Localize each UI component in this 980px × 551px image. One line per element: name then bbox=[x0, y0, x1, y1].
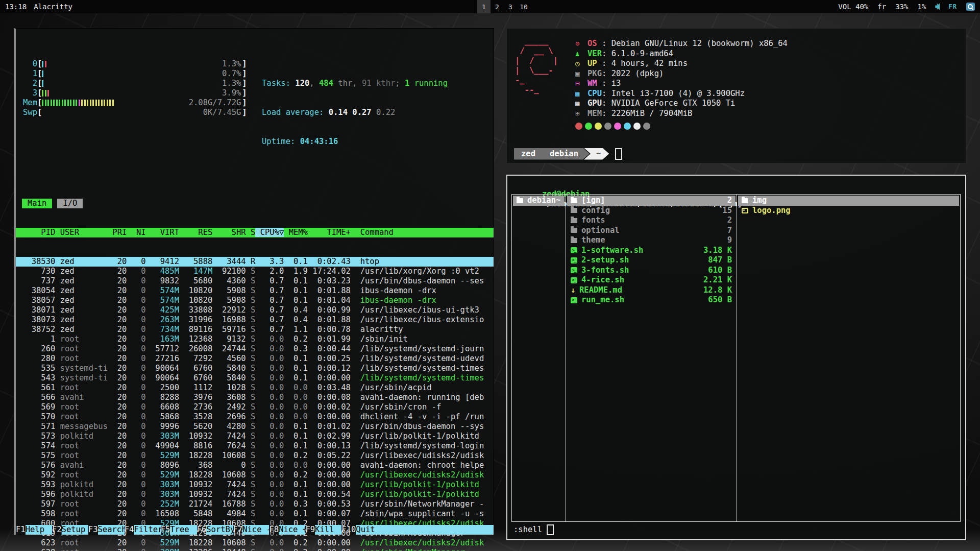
process-row[interactable]: 592 root 20 0 529M 18228 10608 S 0.0 0.2… bbox=[16, 470, 494, 480]
process-row[interactable]: 737 zed 20 0 9832 5680 4360 S 0.7 0.1 0:… bbox=[16, 276, 494, 286]
process-row[interactable]: 571 messagebus 20 0 9996 5620 4280 S 0.0… bbox=[16, 422, 494, 432]
process-row[interactable]: 535 systemd-ti 20 0 90064 6760 5840 S 0.… bbox=[16, 364, 494, 373]
fkey-f5[interactable]: F5Tree bbox=[161, 525, 197, 535]
process-row[interactable]: 573 polkitd 20 0 303M 10932 7424 S 0.0 0… bbox=[16, 432, 494, 441]
pane-separator bbox=[566, 195, 566, 521]
workspace-switcher: 12310 bbox=[477, 0, 530, 13]
process-row[interactable]: 596 polkitd 20 0 303M 10932 7424 S 0.0 0… bbox=[16, 490, 494, 499]
column-header[interactable]: RES bbox=[179, 228, 212, 237]
column-header[interactable]: PID bbox=[22, 228, 60, 237]
preview-pane: imglogo.png bbox=[738, 196, 959, 520]
process-row[interactable]: 38530 zed 20 0 9412 5888 3444 R 3.3 0.1 … bbox=[16, 257, 494, 267]
ram-indicator: 1% bbox=[917, 3, 926, 11]
process-row[interactable]: 593 polkitd 20 0 303M 10932 7424 S 0.0 0… bbox=[16, 480, 494, 490]
htop-tab-main[interactable]: Main bbox=[22, 199, 52, 208]
process-row[interactable]: 569 root 20 0 6608 2736 2492 S 0.0 0.0 0… bbox=[16, 402, 494, 412]
file-row-logopng[interactable]: logo.png bbox=[738, 206, 959, 216]
file-row-4ricesh[interactable]: >_4-rice.sh2.21 K bbox=[567, 275, 736, 285]
file-row-1softwaresh[interactable]: >_1-software.sh3.18 K bbox=[567, 246, 736, 256]
column-header[interactable]: VIRT bbox=[146, 228, 179, 237]
shell-prompt[interactable]: zed debian ~ bbox=[514, 147, 622, 160]
file-row-run_mesh[interactable]: >_run_me.sh650 B bbox=[567, 295, 736, 305]
memory-icon: ⊞ bbox=[575, 109, 587, 118]
file-row-3fontssh[interactable]: >_3-fonts.sh610 B bbox=[567, 266, 736, 276]
process-row[interactable]: 260 root 20 0 57712 26008 24744 S 0.0 0.… bbox=[16, 344, 494, 354]
file-row-theme[interactable]: theme9 bbox=[567, 235, 736, 246]
file-row-fonts[interactable]: fonts2 bbox=[567, 215, 736, 226]
keyboard-layout-badge[interactable]: FR bbox=[949, 3, 957, 10]
process-row[interactable]: 570 root 20 0 5868 3528 2696 S 0.0 0.0 0… bbox=[16, 412, 494, 422]
process-row[interactable]: 628 root 20 0 309M 12296 10448 S 0.0 0.2… bbox=[16, 548, 494, 551]
file-row-READMEmd[interactable]: ↓README.md12.8 K bbox=[567, 285, 736, 296]
process-row[interactable]: 561 root 20 0 2500 1112 1028 S 0.0 0.0 0… bbox=[16, 383, 494, 393]
column-header[interactable]: S bbox=[246, 228, 256, 237]
workspace-button-1[interactable]: 1 bbox=[477, 0, 491, 13]
file-name: logo.png bbox=[752, 206, 791, 215]
process-table-header[interactable]: PID USER PRI NI VIRT RES SHR S CPU%▽ MEM… bbox=[16, 228, 494, 237]
file-name: [ign] bbox=[581, 196, 605, 205]
workspace-button-3[interactable]: 3 bbox=[504, 0, 517, 13]
file-row-optional[interactable]: optional7 bbox=[567, 226, 736, 236]
fkey-f7[interactable]: F7Nice - bbox=[233, 525, 270, 535]
process-row[interactable]: 575 root 20 0 529M 18228 10608 S 0.0 0.2… bbox=[16, 451, 494, 461]
file-row-img[interactable]: img bbox=[738, 196, 959, 206]
process-row[interactable]: 38071 zed 20 0 425M 33808 22912 S 0.7 0.… bbox=[16, 305, 494, 315]
fkey-f1[interactable]: F1Help bbox=[16, 525, 52, 535]
file-row-debian[interactable]: debian~ bbox=[513, 196, 565, 206]
focused-window-title: Alacritty bbox=[34, 3, 72, 11]
process-row[interactable]: 1 root 20 0 163M 12368 9132 S 0.0 0.2 0:… bbox=[16, 334, 494, 344]
process-row[interactable]: 597 root 20 0 252M 21724 16788 S 0.0 0.3… bbox=[16, 499, 494, 509]
column-header[interactable]: MEM% bbox=[284, 228, 308, 237]
process-table: 38530 zed 20 0 9412 5888 3444 R 3.3 0.1 … bbox=[16, 257, 494, 551]
process-row[interactable]: 543 systemd-ti 20 0 90064 6760 5840 S 0.… bbox=[16, 373, 494, 383]
fkey-f6[interactable]: F6SortBy bbox=[197, 525, 233, 535]
file-row-2setupsh[interactable]: >_2-setup.sh847 B bbox=[567, 255, 736, 266]
fkey-f4[interactable]: F4Filter bbox=[125, 525, 161, 535]
file-name: optional bbox=[581, 226, 620, 235]
file-meta: 3.18 K bbox=[703, 246, 732, 255]
workspace-button-10[interactable]: 10 bbox=[517, 0, 530, 13]
file-row-ign[interactable]: [ign]2 bbox=[567, 196, 736, 206]
command-text: :shell bbox=[513, 525, 542, 535]
uptime-line: Uptime: 04:43:16 bbox=[262, 137, 448, 147]
command-line[interactable]: :shell bbox=[513, 524, 554, 535]
file-name: README.md bbox=[579, 285, 622, 295]
process-row[interactable]: 566 avahi 20 0 8288 3976 3608 S 0.0 0.0 … bbox=[16, 393, 494, 402]
column-header[interactable]: CPU%▽ bbox=[255, 228, 284, 237]
process-row[interactable]: 38054 zed 20 0 574M 10820 5908 S 0.7 0.1… bbox=[16, 286, 494, 296]
process-row[interactable]: 38073 zed 20 0 263M 31996 16988 S 0.7 0.… bbox=[16, 315, 494, 325]
file-meta: 650 B bbox=[708, 295, 732, 305]
process-row[interactable]: 576 avahi 20 0 8096 368 0 S 0.0 0.0 0:00… bbox=[16, 461, 494, 470]
file-name: 2-setup.sh bbox=[581, 255, 629, 265]
column-header[interactable]: NI bbox=[127, 228, 145, 237]
process-row[interactable]: 38752 zed 20 0 734M 89116 59716 S 0.7 1.… bbox=[16, 325, 494, 334]
prompt-user-host-segment: zed debian bbox=[514, 148, 590, 160]
htop-tab-io[interactable]: I/O bbox=[57, 199, 83, 208]
main-pane: [ign]2config15fonts2optional7theme9>_1-s… bbox=[567, 196, 736, 520]
file-manager-window: zed@debian /home/zed/Documents/GitHub/de… bbox=[506, 175, 966, 540]
column-header[interactable]: SHR bbox=[212, 228, 246, 237]
speaker-icon[interactable]: ) bbox=[935, 3, 939, 10]
color-dot bbox=[624, 123, 631, 130]
color-dot bbox=[585, 123, 592, 130]
process-row[interactable]: 598 root 20 0 16508 5848 4984 S 0.0 0.1 … bbox=[16, 509, 494, 519]
fkey-f3[interactable]: F3Search bbox=[88, 525, 125, 535]
column-header[interactable]: TIME+ bbox=[308, 228, 351, 237]
magnifier-tray-icon[interactable] bbox=[966, 3, 975, 11]
process-row[interactable]: 280 root 20 0 27216 7292 4560 S 0.0 0.1 … bbox=[16, 354, 494, 364]
process-row[interactable]: 574 root 20 0 49904 8816 7624 S 0.0 0.1 … bbox=[16, 441, 494, 451]
file-name: 3-fonts.sh bbox=[581, 266, 629, 275]
column-header[interactable]: PRI bbox=[108, 228, 127, 237]
workspace-button-2[interactable]: 2 bbox=[491, 0, 504, 13]
process-row[interactable]: 730 zed 20 0 485M 147M 92100 S 2.0 1.9 1… bbox=[16, 267, 494, 276]
fkey-f9[interactable]: F9Kill bbox=[305, 525, 341, 535]
process-row[interactable]: 38057 zed 20 0 574M 10820 5908 S 0.7 0.1… bbox=[16, 296, 494, 305]
file-row-config[interactable]: config15 bbox=[567, 206, 736, 216]
fkey-f10[interactable]: F10Quit bbox=[341, 525, 494, 535]
column-header[interactable]: USER bbox=[60, 228, 108, 237]
fkey-f8[interactable]: F8Nice + bbox=[269, 525, 305, 535]
fkey-f2[interactable]: F2Setup bbox=[52, 525, 88, 535]
process-row[interactable]: 623 root 20 0 529M 18228 10608 S 0.0 0.2… bbox=[16, 538, 494, 548]
column-header[interactable]: Command bbox=[351, 228, 394, 237]
keyboard-indicator: fr bbox=[877, 3, 886, 11]
